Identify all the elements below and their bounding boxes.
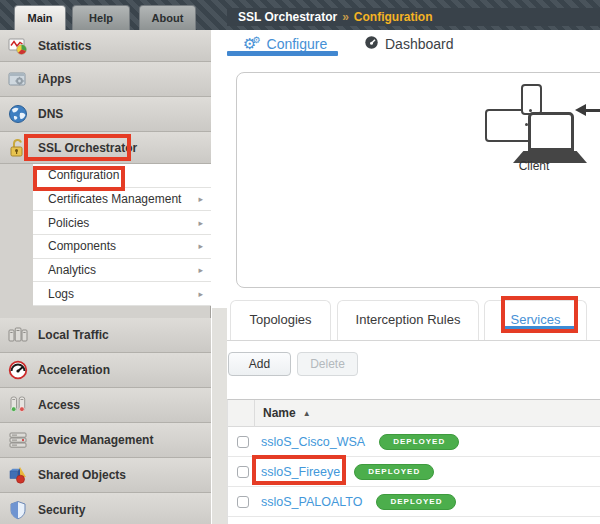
- phone-icon: [521, 84, 542, 115]
- chevron-right-icon: ▸: [198, 218, 203, 228]
- main-content: ⚙⚙ Configure Dashboard Client Topologies…: [227, 30, 600, 524]
- lock-icon: [8, 138, 28, 158]
- sidebar-item-dns[interactable]: DNS: [0, 97, 211, 132]
- breadcrumb: SSL Orchestrator»Configuration: [227, 8, 600, 26]
- sidebar-subitem-configuration[interactable]: Configuration: [33, 164, 211, 188]
- sidebar-item-label: Acceleration: [38, 363, 110, 377]
- subitem-label: Certificates Management: [48, 192, 181, 206]
- tab-main[interactable]: Main: [14, 5, 66, 30]
- table-row: ssloS_PALOALTO DEPLOYED: [228, 487, 600, 517]
- chevron-right-icon: ▸: [198, 265, 203, 275]
- iapps-icon: [8, 69, 28, 89]
- breadcrumb-page: Configuration: [354, 10, 433, 24]
- row-checkbox[interactable]: [237, 436, 249, 448]
- sidebar: Statistics iApps DNS SSL Orchestrator Co…: [0, 30, 211, 524]
- sort-asc-icon: ▲: [303, 409, 311, 418]
- sidebar-item-acceleration[interactable]: Acceleration: [0, 353, 211, 388]
- breadcrumb-separator: »: [342, 10, 349, 24]
- status-badge: DEPLOYED: [379, 434, 459, 450]
- topology-diagram-panel: Client: [236, 72, 600, 288]
- statistics-icon: [8, 36, 28, 56]
- row-checkbox[interactable]: [237, 496, 249, 508]
- sidebar-item-access[interactable]: Access: [0, 388, 211, 423]
- sidebar-item-label: DNS: [38, 107, 63, 121]
- tab-help[interactable]: Help: [72, 5, 130, 30]
- active-tab-underline: [227, 51, 338, 56]
- column-divider: [254, 400, 255, 427]
- access-icon: [8, 395, 28, 415]
- table-header[interactable]: Name ▲: [228, 400, 600, 427]
- chevron-right-icon: ▸: [198, 241, 203, 251]
- delete-button: Delete: [297, 352, 358, 376]
- sidebar-item-ssl-orchestrator[interactable]: SSL Orchestrator: [0, 132, 211, 164]
- sidebar-item-label: Security: [38, 503, 85, 517]
- status-badge: DEPLOYED: [376, 494, 456, 510]
- services-active-underline: [504, 326, 576, 332]
- sidebar-item-label: Statistics: [38, 39, 91, 53]
- sidebar-item-shared-objects[interactable]: Shared Objects: [0, 458, 211, 493]
- tab-topologies[interactable]: Topologies: [230, 300, 331, 340]
- service-link[interactable]: ssloS_PALOALTO: [261, 495, 362, 509]
- services-table: Name ▲ ssloS_Cisco_WSA DEPLOYED ssloS_Fi…: [227, 399, 600, 524]
- device-management-icon: [8, 430, 28, 450]
- sidebar-subitem-policies[interactable]: Policies ▸: [33, 211, 211, 235]
- sidebar-item-label: Access: [38, 398, 80, 412]
- name-column-header[interactable]: Name: [263, 406, 296, 420]
- sidebar-item-security[interactable]: Security: [0, 493, 211, 524]
- sidebar-subitem-components[interactable]: Components ▸: [33, 235, 211, 259]
- tab-dashboard[interactable]: Dashboard: [364, 33, 454, 55]
- client-label: Client: [499, 159, 569, 173]
- acceleration-icon: [8, 360, 28, 380]
- chevron-right-icon: ▸: [198, 194, 203, 204]
- chevron-right-icon: ▸: [198, 289, 203, 299]
- content-gap: [212, 308, 227, 524]
- status-badge: DEPLOYED: [354, 464, 434, 480]
- subitem-label: Components: [48, 239, 116, 253]
- sidebar-item-label: iApps: [38, 72, 71, 86]
- tab-dashboard-label: Dashboard: [385, 36, 454, 52]
- breadcrumb-section: SSL Orchestrator: [238, 10, 337, 24]
- service-link[interactable]: ssloS_Fireeye: [261, 465, 340, 479]
- sidebar-item-label: Shared Objects: [38, 468, 126, 482]
- local-traffic-icon: [8, 325, 28, 345]
- subitem-label: Analytics: [48, 263, 96, 277]
- tab-services[interactable]: Services: [484, 300, 587, 340]
- row-checkbox[interactable]: [237, 466, 249, 478]
- security-icon: [8, 500, 28, 520]
- tab-about[interactable]: About: [139, 5, 196, 30]
- ssl-orchestrator-submenu: Configuration Certificates Management ▸ …: [33, 164, 211, 306]
- sidebar-item-iapps[interactable]: iApps: [0, 62, 211, 97]
- app-window: Main Help About SSL Orchestrator»Configu…: [0, 0, 600, 524]
- tab-interception-rules[interactable]: Interception Rules: [337, 300, 479, 340]
- dns-icon: [8, 104, 28, 124]
- sidebar-item-label: Local Traffic: [38, 328, 109, 342]
- table-row: ssloS_Fireeye DEPLOYED: [228, 457, 600, 487]
- sidebar-item-device-management[interactable]: Device Management: [0, 423, 211, 458]
- dashboard-icon: [364, 35, 379, 53]
- subitem-label: Policies: [48, 216, 89, 230]
- section-tabs-baseline: [227, 340, 600, 341]
- sidebar-subitem-logs[interactable]: Logs ▸: [33, 282, 211, 306]
- add-button[interactable]: Add: [228, 352, 291, 376]
- arrow-left-head: [575, 104, 586, 116]
- subitem-label: Configuration: [48, 168, 119, 182]
- sidebar-subitem-certificates-management[interactable]: Certificates Management ▸: [33, 188, 211, 212]
- arrow-left-icon: [585, 109, 600, 112]
- tab-configure-label: Configure: [267, 36, 328, 52]
- sidebar-subitem-analytics[interactable]: Analytics ▸: [33, 259, 211, 283]
- sidebar-item-label: Device Management: [38, 433, 153, 447]
- service-link[interactable]: ssloS_Cisco_WSA: [261, 435, 365, 449]
- shared-objects-icon: [8, 465, 28, 485]
- subitem-label: Logs: [48, 287, 74, 301]
- sidebar-item-statistics[interactable]: Statistics: [0, 30, 211, 62]
- table-row: ssloS_Cisco_WSA DEPLOYED: [228, 427, 600, 457]
- laptop-icon: [528, 112, 574, 151]
- sidebar-item-label: SSL Orchestrator: [38, 141, 137, 155]
- sidebar-item-local-traffic[interactable]: Local Traffic: [0, 318, 211, 353]
